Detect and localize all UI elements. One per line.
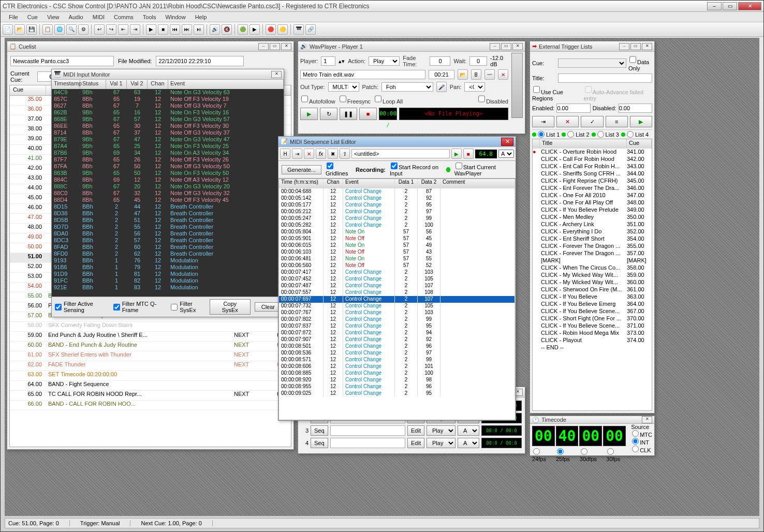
fade-input[interactable] [430, 56, 450, 66]
trigger-row[interactable]: CLICK - One For All 2010347.00 [533, 192, 652, 199]
player-num[interactable] [321, 56, 335, 66]
edit-button[interactable]: Edit [407, 425, 424, 436]
toolbar-btn-26[interactable]: 🔴 [266, 24, 276, 35]
seq-row[interactable]: 00:00:07:76712Control Change2103 [279, 309, 515, 316]
trigger-row[interactable]: CLICK - If You Believe363.00 [533, 293, 652, 301]
usecue-check[interactable]: Use Cue Regions [532, 85, 582, 101]
et-btn1[interactable]: ⇥ [532, 116, 554, 127]
seq-row[interactable]: 00:00:06:48112Note On5755 [279, 256, 515, 262]
close-button[interactable]: ✕ [738, 2, 761, 10]
seq-row[interactable]: 00:00:05:80412Note On5756 [279, 229, 515, 235]
seq-row[interactable]: 00:00:06:56012Note Off5752 [279, 262, 515, 269]
seq-row[interactable]: 00:00:08:95512Control Change296 [279, 383, 515, 390]
toolbar-btn-9[interactable]: ↩ [94, 24, 105, 35]
midi-row[interactable]: 91FCBBh18212Modulation [52, 277, 284, 284]
toolbar-btn-4[interactable]: 📋 [42, 24, 53, 35]
toolbar-btn-2[interactable]: 💾 [26, 24, 37, 35]
seq-row[interactable]: 00:00:07:48712Control Change2107 [279, 283, 515, 289]
seq-row[interactable]: 00:00:06:10312Note Off5743 [279, 249, 515, 256]
disabled-input[interactable] [619, 104, 652, 113]
wav-max[interactable]: ▭ [501, 43, 511, 50]
toolbar-btn-17[interactable]: ⏭ [182, 24, 192, 35]
trigger-row[interactable]: CLICK - If You Believe Scene...367.00 [533, 308, 652, 315]
et-close[interactable]: ✕ [642, 43, 652, 50]
et-btn5[interactable]: ▶ [630, 116, 652, 127]
filter-mtc[interactable]: Filter MTC Q-Frame [112, 301, 166, 313]
fps-radio[interactable]: 30fps [606, 448, 627, 462]
cue-row[interactable]: 63.00SET Timecode 00:20:00:00 [10, 371, 291, 381]
seq-row[interactable]: 00:00:08:50112Control Change296 [279, 343, 515, 350]
toolbar-btn-7[interactable]: ⚙ [78, 24, 89, 35]
volume-slider[interactable] [511, 53, 523, 118]
seq-tb1[interactable]: H [280, 149, 290, 159]
midi-row[interactable]: 8D15BBh24412Breath Controller [52, 203, 284, 210]
trigger-row[interactable]: CLICK - If You Believe Emerg364.00 [533, 301, 652, 308]
midi-row[interactable]: 84C99Bh676312Note On G3 Velocity 63 [52, 89, 284, 96]
trigger-row[interactable]: CLICK - When The Circus Co...358.00 [533, 264, 652, 272]
startrec-check[interactable]: Start Record on Input [390, 162, 442, 176]
toolbar-btn-12[interactable]: ⇥ [130, 24, 140, 35]
play-select[interactable]: Play [427, 425, 456, 436]
seq-row[interactable]: 00:00:08:60612Control Change2101 [279, 363, 515, 370]
list-radio-4[interactable]: List 4 [621, 131, 649, 138]
gridlines-check[interactable]: Gridlines [326, 162, 351, 176]
pan-select[interactable]: <C> [464, 82, 485, 92]
toolbar-btn-0[interactable]: 📄 [3, 24, 13, 35]
trigger-row[interactable]: CLICK - Playout374.00 [533, 337, 652, 344]
midi-row[interactable]: 88D48Bh654512Note Off F3 Velocity 45 [52, 197, 284, 203]
src-radio[interactable]: CLK [631, 446, 652, 453]
dataonly-check[interactable]: Data Only [628, 55, 652, 71]
trigger-row[interactable]: CLICK - Ent Forever The Dra...346.00 [533, 185, 652, 192]
delete-icon[interactable]: ✕ [498, 69, 508, 80]
minimize-button[interactable]: – [707, 2, 722, 10]
midi-row[interactable]: 888C9Bh672012Note On G3 Velocity 20 [52, 183, 284, 190]
midi-row[interactable]: 8DA0BBh25612Breath Controller [52, 230, 284, 237]
midi-row[interactable]: 91B6BBh17912Modulation [52, 264, 284, 271]
startwav-check[interactable]: Start Current WavPlayer [454, 162, 512, 176]
seq-row[interactable]: 00:00:07:55712Control Change2108 [279, 289, 515, 296]
menu-view[interactable]: View [43, 13, 64, 21]
toolbar-btn-11[interactable]: ⇤ [118, 24, 128, 35]
seq-row[interactable]: 00:00:05:21212Control Change297 [279, 209, 515, 215]
seq-row[interactable]: 00:00:08:57112Control Change299 [279, 357, 515, 363]
cue-row[interactable]: 58.00SFX Comedy Falling Down Stairs [10, 322, 291, 332]
patch-select[interactable]: Foh [381, 82, 433, 92]
toolbar-btn-27[interactable]: 🟡 [277, 24, 288, 35]
play-button[interactable]: ▶ [300, 108, 318, 120]
trigger-row[interactable]: [MARK][MARK] [533, 257, 652, 264]
midi-row[interactable]: 87B69Bh693412Note On A3 Velocity 34 [52, 150, 284, 156]
trigger-row[interactable]: CLICK - Ent Call For Robin H...343.00 [533, 163, 652, 170]
seq-tb3[interactable]: ✕ [304, 149, 314, 159]
toolbar-btn-23[interactable]: 🟢 [238, 24, 248, 35]
src-radio[interactable]: MTC [631, 430, 652, 438]
seq-row[interactable]: 00:00:05:17712Control Change295 [279, 202, 515, 209]
seq-button[interactable]: Seq [311, 425, 328, 436]
et-btn3[interactable]: ✓ [581, 116, 603, 127]
cuelist-min[interactable]: – [258, 43, 269, 50]
seq-row[interactable]: 00:00:08:53612Control Change297 [279, 350, 515, 357]
seq-row[interactable]: 00:00:07:73212Control Change2105 [279, 303, 515, 309]
midi-row[interactable]: 8D7DBBh25512Breath Controller [52, 224, 284, 230]
enabled-input[interactable] [556, 104, 590, 113]
action-select[interactable]: Play [369, 56, 400, 66]
midi-row[interactable]: 87148Bh673712Note Off G3 Velocity 37 [52, 129, 284, 136]
seq-row[interactable]: 00:00:04:68812Control Change287 [279, 188, 515, 195]
src-radio[interactable]: INT [631, 438, 652, 446]
wait-input[interactable] [469, 56, 487, 66]
list-radio-3[interactable]: List 3 [592, 131, 619, 138]
seq-button[interactable]: Seq [311, 438, 328, 448]
seq-tb5[interactable]: ✖ [328, 149, 338, 159]
wave-icon[interactable]: 〰 [484, 69, 495, 80]
midi-row[interactable]: 8FD0BBh26212Breath Controller [52, 250, 284, 257]
midi-row[interactable]: 9193BBh17612Modulation [52, 257, 284, 264]
cue-row[interactable]: 66.00BAND - CALL FOR ROBIN HOO... [10, 401, 291, 410]
trigger-row[interactable]: CLICK - If You Believe Prelude349.00 [533, 206, 652, 214]
trigger-row[interactable]: CLICK - Forever The Dragon ...357.00 [533, 250, 652, 257]
seq-row[interactable]: 00:00:07:41712Control Change2103 [279, 269, 515, 276]
midimon-close[interactable]: ✕ [271, 71, 282, 78]
filter-active-sensing[interactable]: Filter Active Sensing [54, 301, 108, 313]
generate-button[interactable]: Generate... [282, 165, 321, 174]
seq-row[interactable]: 00:00:06:01512Note On5749 [279, 242, 515, 249]
midi-row[interactable]: 87A49Bh652512Note On F3 Velocity 25 [52, 143, 284, 150]
cue-row[interactable]: 59.00End Punch & Judy Routine \ Sheriff … [10, 332, 291, 342]
